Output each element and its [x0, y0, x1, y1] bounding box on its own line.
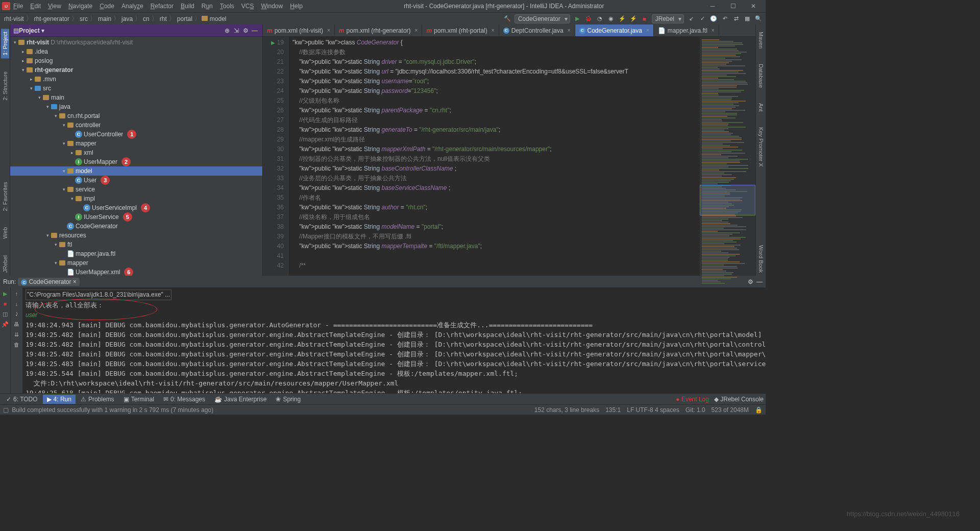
print-icon[interactable]: 🖶	[13, 320, 21, 328]
run-icon[interactable]: ▶	[573, 15, 581, 23]
run-config-tab[interactable]: C CodeGenerator ×	[18, 278, 79, 286]
code-editor[interactable]: ▶ 19202122232425262728293031323334353637…	[263, 37, 755, 276]
tree-mapperjavaftl[interactable]: mapper.java.ftl	[76, 250, 115, 257]
debug-icon[interactable]: 🐞	[584, 15, 593, 23]
menu-edit[interactable]: Edit	[27, 2, 44, 11]
status-lock-icon[interactable]: 🔒	[755, 406, 763, 414]
tab-pom-portal[interactable]: mpom.xml (rht-portal)×	[422, 25, 499, 36]
pin-icon[interactable]: 📌	[1, 320, 9, 328]
jr-run-icon[interactable]: ⚡	[618, 15, 626, 23]
scroll-icon[interactable]: ⇊	[13, 330, 21, 339]
git-history-icon[interactable]: 🕒	[709, 15, 718, 23]
status-pos[interactable]: 135:1	[605, 406, 621, 414]
close-icon[interactable]: ×	[646, 28, 649, 33]
crumb-8[interactable]: model	[209, 15, 228, 22]
btab-javaee[interactable]: ☕ Java Enterprise	[210, 395, 271, 404]
tree-root[interactable]: rht-visit	[27, 39, 49, 46]
tree-rht-generator[interactable]: rht-generator	[35, 66, 73, 74]
tree-usermapperxml[interactable]: UserMapper.xml	[76, 269, 120, 276]
tree-mapperfolder[interactable]: mapper	[67, 259, 88, 267]
btab-terminal[interactable]: ▣ Terminal	[119, 395, 158, 404]
menu-refactor[interactable]: Refactor	[148, 2, 177, 11]
minimap[interactable]	[699, 37, 755, 276]
btab-problems[interactable]: ⚠ Problems	[77, 395, 118, 404]
git-update-icon[interactable]: ↙	[687, 15, 695, 23]
crumb-5[interactable]: cn	[142, 15, 151, 22]
crumb-2[interactable]: src	[79, 15, 89, 22]
tab-project[interactable]: 1: Project	[1, 29, 9, 58]
status-mem[interactable]: 523 of 2048M	[712, 406, 749, 414]
close-icon[interactable]: ×	[492, 28, 495, 33]
event-log[interactable]: ● Event Log	[676, 396, 709, 403]
tab-wordbook[interactable]: Word Book	[757, 242, 765, 276]
tree-iuserservice[interactable]: IUserService	[84, 213, 119, 221]
tree-mvn[interactable]: .mvn	[43, 76, 56, 83]
crumb-1[interactable]: rht-generator	[33, 15, 70, 22]
tab-database[interactable]: Database	[757, 61, 765, 91]
tab-mapperftl[interactable]: 📄mapper.java.ftl×	[654, 25, 719, 36]
minimap-viewport[interactable]	[700, 185, 755, 215]
hammer-icon[interactable]: 🔨	[503, 15, 511, 23]
crumb-6[interactable]: rht	[159, 15, 168, 22]
tree-ftl[interactable]: ftl	[67, 241, 72, 248]
stop-icon[interactable]: ■	[1, 300, 9, 308]
tree-usermapper[interactable]: UserMapper	[84, 158, 117, 165]
coverage-icon[interactable]: ◔	[596, 15, 604, 23]
tree-model[interactable]: model	[76, 167, 92, 175]
tree-src[interactable]: src	[43, 85, 51, 92]
git-commit-icon[interactable]: ✓	[698, 15, 706, 23]
minimize-icon[interactable]: ─	[702, 3, 723, 10]
jr-debug-icon[interactable]: ⚡	[629, 15, 638, 23]
tree-java[interactable]: java	[59, 103, 70, 110]
tree-main[interactable]: main	[51, 94, 64, 101]
tab-pom-visit[interactable]: mpom.xml (rht-visit)×	[263, 25, 335, 36]
rerun-icon[interactable]: ▶	[1, 289, 9, 298]
select-opened-icon[interactable]: ⊕	[223, 27, 232, 34]
run-config-dropdown[interactable]: CodeGenerator	[514, 14, 570, 23]
tree-usercontroller[interactable]: UserController	[84, 131, 123, 138]
tree-xml[interactable]: xml	[84, 149, 93, 156]
crumb-4[interactable]: java	[120, 15, 134, 22]
tab-jrebel[interactable]: JRebel	[1, 252, 9, 276]
clear-icon[interactable]: 🗑	[13, 341, 21, 349]
menu-run[interactable]: Run	[199, 2, 216, 11]
menu-tools[interactable]: Tools	[217, 2, 237, 11]
tree-mapper[interactable]: mapper	[76, 140, 96, 147]
menu-analyze[interactable]: Analyze	[118, 2, 146, 11]
code-content[interactable]: "kw">public "kw">class CodeGenerator { /…	[288, 37, 699, 276]
tab-maven[interactable]: Maven	[757, 29, 765, 52]
search-icon[interactable]: 🔍	[754, 15, 763, 23]
jrebel-dropdown[interactable]: JRebel	[652, 14, 684, 23]
close-icon[interactable]: ✕	[743, 3, 764, 10]
hide-icon[interactable]: —	[250, 27, 259, 34]
expand-icon[interactable]: ⇲	[232, 27, 241, 34]
hide-icon[interactable]: —	[756, 278, 763, 285]
git-revert-icon[interactable]: ↶	[721, 15, 729, 23]
wrap-icon[interactable]: ⤸	[13, 310, 21, 318]
tree-codegenerator[interactable]: CodeGenerator	[76, 223, 118, 230]
btab-todo[interactable]: ✓ 6: TODO	[2, 395, 42, 404]
btab-spring[interactable]: ❀ Spring	[272, 395, 305, 404]
tree-service[interactable]: service	[76, 186, 95, 193]
status-toggle[interactable]: ▢	[3, 406, 9, 414]
crumb-3[interactable]: main	[97, 15, 112, 22]
menu-window[interactable]: Window	[258, 2, 286, 11]
close-icon[interactable]: ×	[415, 28, 418, 33]
close-icon[interactable]: ×	[712, 28, 715, 33]
tree-poslog[interactable]: poslog	[35, 57, 53, 64]
gutter[interactable]: ▶ 19202122232425262728293031323334353637…	[263, 37, 288, 276]
tab-codegenerator[interactable]: CCodeGenerator.java×	[575, 25, 654, 36]
tab-favorites[interactable]: 2: Favorites	[1, 179, 9, 214]
jrebel-console[interactable]: ◆ JRebel Console	[714, 396, 764, 403]
console-output[interactable]: "C:\Program Files\Java\jdk1.8.0_231\bin\…	[22, 287, 766, 393]
menu-view[interactable]: View	[45, 2, 64, 11]
gear-icon[interactable]: ⚙	[748, 278, 753, 285]
tree-idea[interactable]: .idea	[35, 48, 48, 55]
status-git[interactable]: Git: 1.0	[685, 406, 705, 414]
menu-navigate[interactable]: Navigate	[65, 2, 95, 11]
btab-run[interactable]: ▶ 4: Run	[43, 395, 76, 404]
crumb-7[interactable]: portal	[176, 15, 193, 22]
maximize-icon[interactable]: ☐	[723, 3, 743, 10]
tree-resources[interactable]: resources	[59, 232, 86, 239]
tab-structure[interactable]: 2: Structure	[1, 68, 9, 104]
